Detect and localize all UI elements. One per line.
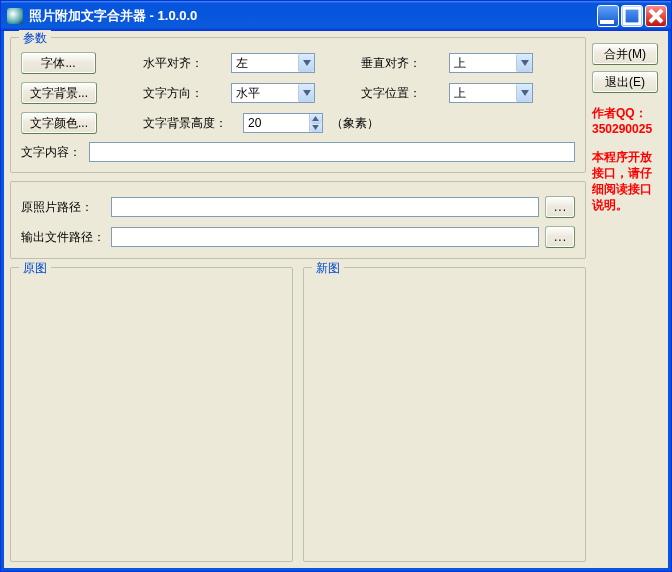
exit-button[interactable]: 退出(E) [592, 71, 658, 93]
bgh-label: 文字背景高度： [143, 115, 235, 132]
titlebar[interactable]: 照片附加文字合并器 - 1.0.0.0 [1, 1, 671, 31]
maximize-button[interactable] [621, 5, 643, 27]
text-bg-button[interactable]: 文字背景... [21, 82, 97, 104]
minimize-button[interactable] [597, 5, 619, 27]
app-window: 照片附加文字合并器 - 1.0.0.0 参数 字体... 水平对齐： 左 [0, 0, 672, 572]
output-preview-group: 新图 [303, 267, 586, 562]
source-path-label: 原照片路径： [21, 199, 105, 216]
interface-note: 本程序开放接口，请仔细阅读接口说明。 [592, 149, 662, 213]
svg-rect-1 [624, 8, 640, 24]
output-preview-canvas [314, 282, 575, 551]
app-icon [7, 8, 23, 24]
output-browse-button[interactable]: ... [545, 226, 575, 248]
bgh-unit: （象素） [331, 115, 379, 132]
text-content-label: 文字内容： [21, 144, 81, 161]
paths-group: 原照片路径： ... 输出文件路径： ... [10, 181, 586, 259]
source-preview-legend: 原图 [19, 260, 51, 277]
dir-label: 文字方向： [143, 85, 223, 102]
svg-rect-0 [600, 20, 614, 24]
source-preview-canvas [21, 282, 282, 551]
bgh-spinner[interactable] [243, 113, 323, 133]
source-path-input[interactable] [111, 197, 539, 217]
merge-button[interactable]: 合并(M) [592, 43, 658, 65]
author-label: 作者QQ： [592, 106, 647, 120]
pos-label: 文字位置： [361, 85, 441, 102]
output-preview-legend: 新图 [312, 260, 344, 277]
text-content-input[interactable] [89, 142, 575, 162]
output-path-label: 输出文件路径： [21, 229, 105, 246]
params-group: 参数 字体... 水平对齐： 左 垂直对齐： 上 [10, 37, 586, 173]
font-button[interactable]: 字体... [21, 52, 96, 74]
author-info: 作者QQ： 350290025 [592, 105, 662, 137]
spinner-down-icon[interactable] [310, 123, 322, 133]
params-legend: 参数 [19, 30, 51, 47]
source-preview-group: 原图 [10, 267, 293, 562]
chevron-down-icon [516, 54, 532, 72]
text-color-button[interactable]: 文字颜色... [21, 112, 97, 134]
bgh-input[interactable] [244, 114, 309, 132]
valign-value: 上 [454, 55, 516, 72]
close-button[interactable] [645, 5, 667, 27]
output-path-input[interactable] [111, 227, 539, 247]
pos-value: 上 [454, 85, 516, 102]
source-browse-button[interactable]: ... [545, 196, 575, 218]
spinner-up-icon[interactable] [310, 114, 322, 123]
pos-select[interactable]: 上 [449, 83, 533, 103]
chevron-down-icon [298, 54, 314, 72]
valign-label: 垂直对齐： [361, 55, 441, 72]
halign-value: 左 [236, 55, 298, 72]
dir-value: 水平 [236, 85, 298, 102]
halign-select[interactable]: 左 [231, 53, 315, 73]
author-qq: 350290025 [592, 122, 652, 136]
chevron-down-icon [298, 84, 314, 102]
halign-label: 水平对齐： [143, 55, 223, 72]
dir-select[interactable]: 水平 [231, 83, 315, 103]
chevron-down-icon [516, 84, 532, 102]
valign-select[interactable]: 上 [449, 53, 533, 73]
window-title: 照片附加文字合并器 - 1.0.0.0 [29, 7, 597, 25]
